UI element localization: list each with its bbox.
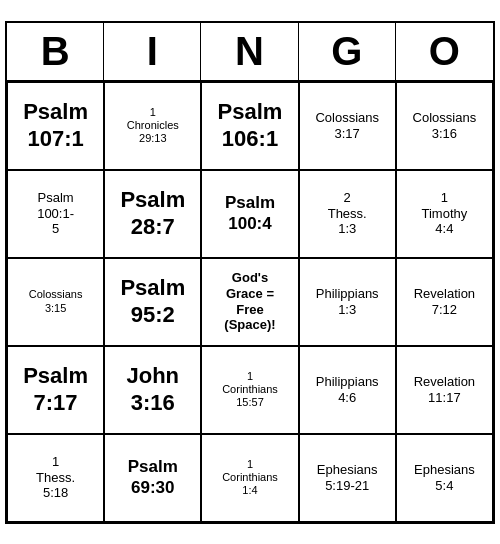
bingo-cell: Colossians3:17 xyxy=(299,82,396,170)
cell-text: 1Thess.5:18 xyxy=(36,454,75,501)
cell-text: Psalm100:4 xyxy=(225,193,275,234)
bingo-cell: 1Chronicles29:13 xyxy=(104,82,201,170)
bingo-cell: Revelation11:17 xyxy=(396,346,493,434)
bingo-cell: 1Thess.5:18 xyxy=(7,434,104,522)
header-letter: I xyxy=(104,23,201,80)
header-letter: B xyxy=(7,23,104,80)
cell-text: Revelation7:12 xyxy=(414,286,475,317)
bingo-cell: Psalm95:2 xyxy=(104,258,201,346)
bingo-cell: Psalm100:1-5 xyxy=(7,170,104,258)
header-letter: O xyxy=(396,23,493,80)
bingo-cell: Ephesians5:19-21 xyxy=(299,434,396,522)
bingo-cell: 2Thess.1:3 xyxy=(299,170,396,258)
bingo-cell: Philippians1:3 xyxy=(299,258,396,346)
cell-text: Ephesians5:19-21 xyxy=(317,462,378,493)
header-letter: N xyxy=(201,23,298,80)
bingo-cell: Revelation7:12 xyxy=(396,258,493,346)
header-letter: G xyxy=(299,23,396,80)
cell-text: Psalm95:2 xyxy=(120,275,185,328)
cell-text: Psalm7:17 xyxy=(23,363,88,416)
cell-text: Colossians3:17 xyxy=(315,110,379,141)
bingo-grid: Psalm107:11Chronicles29:13Psalm106:1Colo… xyxy=(7,82,493,522)
bingo-cell: Colossians3:16 xyxy=(396,82,493,170)
cell-text: 1Timothy4:4 xyxy=(422,190,468,237)
bingo-header: BINGO xyxy=(7,23,493,82)
cell-text: Philippians1:3 xyxy=(316,286,379,317)
bingo-cell: 1Corinthians15:57 xyxy=(201,346,298,434)
cell-text: 1Corinthians15:57 xyxy=(222,370,278,410)
bingo-cell: God'sGrace =Free(Space)! xyxy=(201,258,298,346)
bingo-cell: Psalm69:30 xyxy=(104,434,201,522)
cell-text: 2Thess.1:3 xyxy=(328,190,367,237)
cell-text: Psalm106:1 xyxy=(218,99,283,152)
cell-text: Philippians4:6 xyxy=(316,374,379,405)
cell-text: Colossians3:15 xyxy=(29,288,83,314)
cell-text: God'sGrace =Free(Space)! xyxy=(224,270,275,332)
bingo-card: BINGO Psalm107:11Chronicles29:13Psalm106… xyxy=(5,21,495,524)
cell-text: Psalm69:30 xyxy=(128,457,178,498)
bingo-cell: Colossians3:15 xyxy=(7,258,104,346)
cell-text: Colossians3:16 xyxy=(413,110,477,141)
cell-text: Psalm107:1 xyxy=(23,99,88,152)
cell-text: Psalm100:1-5 xyxy=(37,190,74,237)
bingo-cell: 1Corinthians1:4 xyxy=(201,434,298,522)
bingo-cell: Psalm7:17 xyxy=(7,346,104,434)
bingo-cell: Psalm107:1 xyxy=(7,82,104,170)
bingo-cell: Psalm28:7 xyxy=(104,170,201,258)
bingo-cell: 1Timothy4:4 xyxy=(396,170,493,258)
bingo-cell: John3:16 xyxy=(104,346,201,434)
bingo-cell: Philippians4:6 xyxy=(299,346,396,434)
cell-text: 1Corinthians1:4 xyxy=(222,458,278,498)
cell-text: Revelation11:17 xyxy=(414,374,475,405)
cell-text: John3:16 xyxy=(127,363,180,416)
bingo-cell: Psalm100:4 xyxy=(201,170,298,258)
bingo-cell: Psalm106:1 xyxy=(201,82,298,170)
cell-text: 1Chronicles29:13 xyxy=(127,106,179,146)
bingo-cell: Ephesians5:4 xyxy=(396,434,493,522)
cell-text: Ephesians5:4 xyxy=(414,462,475,493)
cell-text: Psalm28:7 xyxy=(120,187,185,240)
